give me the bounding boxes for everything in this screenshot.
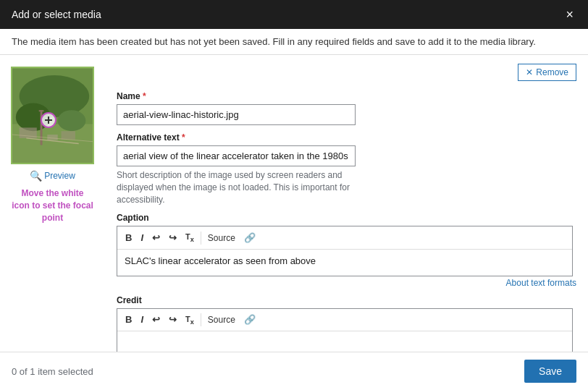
modal-body: 🔍 Preview Move the white icon to set the…: [0, 55, 588, 352]
caption-link-button[interactable]: 🔗: [240, 231, 259, 245]
notice-text: The media item has been created but has …: [0, 29, 588, 55]
credit-bold-button[interactable]: B: [122, 313, 135, 326]
credit-subscript-button[interactable]: Tx: [182, 312, 198, 328]
name-input[interactable]: [117, 104, 356, 125]
name-label: Name *: [117, 91, 576, 101]
preview-link[interactable]: 🔍 Preview: [30, 170, 75, 182]
caption-undo-button[interactable]: ↩: [148, 231, 164, 245]
credit-source-button[interactable]: Source: [204, 313, 239, 326]
caption-label: Caption: [117, 213, 576, 223]
caption-field-group: Caption B I ↩ ↪ Tx Source 🔗 SLAC's linea…: [117, 213, 576, 287]
credit-link-button[interactable]: 🔗: [240, 313, 259, 326]
caption-italic-button[interactable]: I: [137, 231, 147, 245]
modal-dialog: Add or select media × The media item has…: [0, 0, 588, 390]
modal-footer: 0 of 1 item selected Save: [0, 352, 588, 390]
name-field-group: Name *: [117, 91, 576, 125]
alt-required-star: *: [182, 132, 185, 143]
caption-content[interactable]: SLAC's linear accelerator as seen from a…: [117, 250, 572, 276]
alt-text-field-group: Alternative text * Short description of …: [117, 132, 576, 205]
remove-label: Remove: [536, 67, 568, 77]
right-panel: ✕ Remove Name * Alternative text *: [105, 55, 588, 352]
caption-toolbar: B I ↩ ↪ Tx Source 🔗: [117, 226, 572, 249]
caption-toolbar-separator: [201, 232, 201, 245]
alt-text-input[interactable]: [117, 145, 356, 166]
credit-toolbar-separator: [201, 313, 201, 326]
about-text-formats-link-caption[interactable]: About text formats: [117, 278, 576, 288]
name-required-star: *: [143, 91, 146, 101]
focal-hint-text: Move the white icon to set the focal poi…: [12, 187, 93, 224]
credit-redo-button[interactable]: ↪: [165, 313, 180, 326]
selection-count: 0 of 1 item selected: [12, 366, 93, 377]
modal-title: Add or select media: [12, 9, 101, 20]
credit-italic-button[interactable]: I: [137, 313, 147, 326]
remove-x-icon: ✕: [526, 67, 533, 77]
subscript-icon: Tx: [185, 232, 194, 241]
image-preview-container: [11, 67, 94, 164]
credit-content[interactable]: [117, 331, 572, 352]
focal-point-handle[interactable]: [41, 112, 56, 128]
link-icon: 🔗: [244, 232, 256, 243]
caption-editor: B I ↩ ↪ Tx Source 🔗 SLAC's linear accele…: [117, 226, 573, 276]
top-row: ✕ Remove: [117, 64, 576, 81]
caption-bold-button[interactable]: B: [122, 231, 135, 245]
search-icon: 🔍: [30, 170, 42, 182]
caption-subscript-button[interactable]: Tx: [182, 229, 198, 245]
svg-rect-9: [47, 135, 57, 140]
left-panel: 🔍 Preview Move the white icon to set the…: [0, 55, 105, 352]
svg-rect-8: [62, 131, 75, 140]
close-button[interactable]: ×: [563, 5, 576, 24]
credit-editor: B I ↩ ↪ Tx Source 🔗: [117, 308, 573, 352]
credit-label: Credit: [117, 295, 576, 305]
credit-toolbar: B I ↩ ↪ Tx Source 🔗: [117, 309, 572, 331]
link-icon-2: 🔗: [244, 314, 256, 325]
save-button[interactable]: Save: [524, 360, 576, 383]
caption-source-button[interactable]: Source: [204, 232, 239, 245]
modal-header: Add or select media ×: [0, 0, 588, 29]
remove-button[interactable]: ✕ Remove: [518, 64, 576, 81]
svg-rect-6: [39, 110, 44, 111]
caption-redo-button[interactable]: ↪: [165, 231, 180, 245]
credit-undo-button[interactable]: ↩: [148, 313, 164, 326]
alt-text-label: Alternative text *: [117, 132, 576, 143]
svg-point-4: [58, 110, 86, 131]
credit-field-group: Credit B I ↩ ↪ Tx Source 🔗 About text fo…: [117, 295, 576, 352]
preview-link-label: Preview: [44, 171, 75, 181]
alt-helper-text: Short description of the image used by s…: [117, 169, 356, 205]
subscript-icon-2: Tx: [185, 315, 194, 323]
